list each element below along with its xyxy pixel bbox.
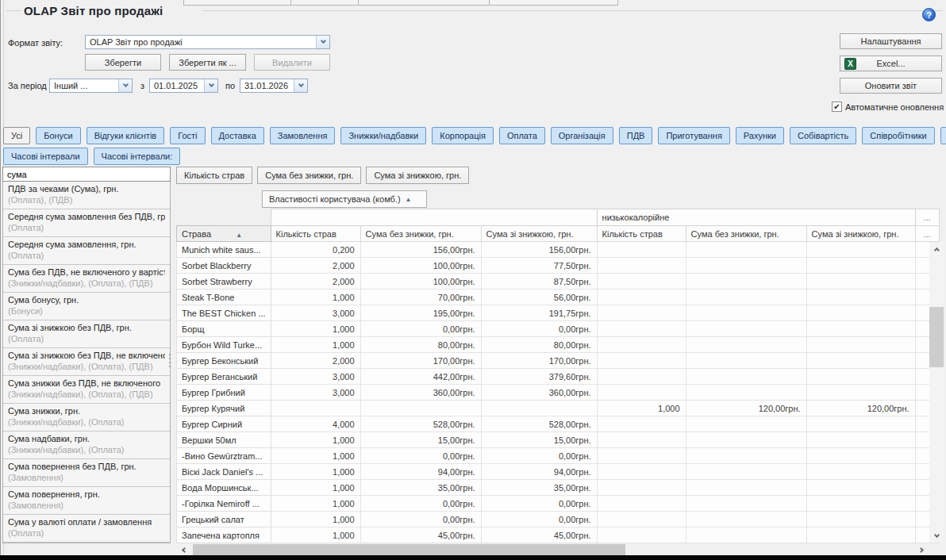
delete-button[interactable]: Видалити xyxy=(254,54,330,71)
column-group-blank[interactable] xyxy=(271,209,597,226)
value-cell[interactable]: 156,00грн. xyxy=(481,242,597,258)
value-cell[interactable] xyxy=(686,480,806,496)
value-cell[interactable]: 528,00грн. xyxy=(481,416,597,432)
value-cell[interactable]: 0,00грн. xyxy=(360,496,481,512)
value-cell[interactable]: 1,000 xyxy=(597,401,686,416)
value-cell[interactable] xyxy=(686,512,806,527)
dish-cell[interactable]: Бургер Веганський xyxy=(177,369,271,385)
value-cell[interactable] xyxy=(597,258,686,274)
measure-item[interactable]: Сума бонусу, грн.(Бонуси) xyxy=(3,293,170,320)
dish-cell[interactable]: Бургер Беконський xyxy=(177,353,271,369)
value-cell[interactable]: 45,00грн. xyxy=(360,527,481,543)
filter-tag[interactable]: Гості xyxy=(170,127,205,144)
table-row[interactable]: Sorbet Strawberry2,000100,00грн.87,50грн… xyxy=(177,274,940,290)
value-cell[interactable]: 120,00грн. xyxy=(806,401,915,416)
value-cell[interactable] xyxy=(597,290,686,305)
filter-tag[interactable]: Співробітники xyxy=(862,127,934,144)
value-cell[interactable]: 56,00грн. xyxy=(481,290,597,305)
measure-item[interactable]: Сума без ПДВ, не включеного у вартість(З… xyxy=(3,265,170,293)
more-columns-indicator[interactable]: ... xyxy=(915,209,939,226)
table-row[interactable]: Munich white saus...0,200156,00грн.156,0… xyxy=(177,242,940,258)
dish-cell[interactable]: Бургер Сирний xyxy=(177,416,271,432)
scroll-up-button[interactable] xyxy=(929,242,944,255)
splitter-handle[interactable] xyxy=(169,351,171,370)
filter-tag[interactable]: Часові інтервали xyxy=(3,148,88,165)
value-cell[interactable]: 1,000 xyxy=(271,527,360,543)
value-cell[interactable] xyxy=(271,401,360,416)
value-cell[interactable]: 0,00грн. xyxy=(481,448,597,464)
value-cell[interactable] xyxy=(360,401,481,416)
table-row[interactable]: Вода Моршинськ...1,00035,00грн.35,00грн. xyxy=(177,480,940,496)
date-from-select[interactable]: 01.01.2025 xyxy=(149,79,218,93)
value-cell[interactable] xyxy=(597,496,686,512)
value-cell[interactable] xyxy=(597,353,686,369)
table-row[interactable]: The BEST Chicken ...3,000195,00грн.191,7… xyxy=(177,305,940,321)
value-cell[interactable] xyxy=(806,480,915,496)
value-cell[interactable]: 87,50грн. xyxy=(481,274,597,290)
value-cell[interactable] xyxy=(806,448,915,464)
filter-tag-all[interactable]: Усі xyxy=(3,127,30,144)
value-cell[interactable]: 120,00грн. xyxy=(686,401,806,416)
value-cell[interactable] xyxy=(597,464,686,480)
filter-tag[interactable]: Собівартість xyxy=(790,127,856,144)
value-cell[interactable]: 1,000 xyxy=(271,337,360,353)
value-cell[interactable] xyxy=(597,369,686,385)
table-row[interactable]: Грецький салат1,0000,00грн.0,00грн. xyxy=(177,512,940,527)
value-cell[interactable]: 1,000 xyxy=(271,321,360,337)
value-cell[interactable]: 100,00грн. xyxy=(360,258,481,274)
value-cell[interactable] xyxy=(686,464,806,480)
table-row[interactable]: Бургер Веганський3,000442,00грн.379,60гр… xyxy=(177,369,940,385)
table-row[interactable]: Запечена картопля1,00045,00грн.45,00грн. xyxy=(177,527,940,543)
value-cell[interactable]: 360,00грн. xyxy=(360,385,481,401)
value-cell[interactable] xyxy=(686,305,806,321)
value-cell[interactable] xyxy=(806,385,915,401)
dish-cell[interactable]: -Горілка Nemiroff ... xyxy=(177,496,271,512)
value-cell[interactable] xyxy=(597,416,686,432)
value-cell[interactable] xyxy=(806,305,915,321)
measure-item[interactable]: Сума надбавки, грн.(Знижки/надбавки), (О… xyxy=(3,432,170,459)
value-cell[interactable] xyxy=(686,416,806,432)
value-cell[interactable]: 170,00грн. xyxy=(481,353,597,369)
value-cell[interactable]: 1,000 xyxy=(271,480,360,496)
filter-tag[interactable]: Знижки/надбавки xyxy=(340,127,426,144)
value-cell[interactable] xyxy=(597,274,686,290)
value-cell[interactable]: 195,00грн. xyxy=(360,305,481,321)
value-cell[interactable] xyxy=(806,242,915,258)
table-row[interactable]: Бургер Беконський2,000170,00грн.170,00гр… xyxy=(177,353,940,369)
value-cell[interactable]: 35,00грн. xyxy=(481,480,597,496)
value-cell[interactable]: 0,00грн. xyxy=(360,321,481,337)
value-cell[interactable]: 1,000 xyxy=(271,432,360,448)
value-cell[interactable]: 70,00грн. xyxy=(360,290,481,305)
value-cell[interactable]: 15,00грн. xyxy=(481,432,597,448)
table-row[interactable]: Бурбон Wild Turke...1,00080,00грн.80,00г… xyxy=(177,337,940,353)
dish-cell[interactable]: Бургер Курячий xyxy=(177,401,271,416)
value-header[interactable]: Сума зі знижкою, грн. xyxy=(481,226,597,242)
value-cell[interactable] xyxy=(597,321,686,337)
value-cell[interactable]: 442,00грн. xyxy=(360,369,481,385)
filter-tag[interactable]: Часові інтервали: xyxy=(94,148,181,165)
filter-tag[interactable]: Приготування xyxy=(658,127,729,144)
value-cell[interactable] xyxy=(686,385,806,401)
value-cell[interactable]: 156,00грн. xyxy=(360,242,481,258)
column-group-lowcal[interactable]: низькокалорійне xyxy=(597,209,915,226)
value-cell[interactable] xyxy=(597,305,686,321)
chevron-down-icon[interactable] xyxy=(294,79,307,92)
tab-stub[interactable] xyxy=(490,0,618,6)
filter-tag[interactable]: Доставка xyxy=(211,127,264,144)
measure-chip[interactable]: Кількість страв xyxy=(176,167,252,184)
dish-cell[interactable]: Steak T-Bone xyxy=(177,290,271,305)
tab-stub[interactable] xyxy=(359,0,490,6)
value-header[interactable]: Кількість страв xyxy=(271,226,360,242)
filter-tag[interactable]: Рахунки xyxy=(736,127,784,144)
table-row[interactable]: Sorbet Blackberry2,000100,00грн.77,50грн… xyxy=(177,258,940,274)
horizontal-scrollbar[interactable] xyxy=(176,544,929,555)
table-row[interactable]: Борщ1,0000,00грн.0,00грн. xyxy=(177,321,940,337)
measure-search-input[interactable] xyxy=(2,167,171,182)
value-cell[interactable]: 1,000 xyxy=(271,448,360,464)
dish-cell[interactable]: Борщ xyxy=(177,321,271,337)
value-cell[interactable]: 100,00грн. xyxy=(360,274,481,290)
dish-cell[interactable]: Munich white saus... xyxy=(177,242,271,258)
value-cell[interactable] xyxy=(806,337,915,353)
filter-tag[interactable]: Оплата xyxy=(499,127,545,144)
value-cell[interactable] xyxy=(686,290,806,305)
